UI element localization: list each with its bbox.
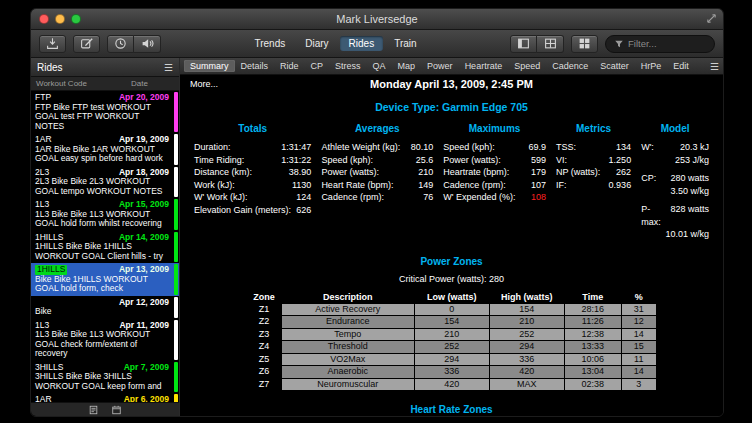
sidebar-title: Rides	[37, 62, 63, 73]
metric-value: 1:31:47	[281, 141, 311, 154]
zone-value: 28:16	[565, 304, 621, 316]
ride-entry[interactable]: FTPApr 20, 2009FTP Bike FTP test WORKOUT…	[31, 91, 179, 133]
titlebar: Mark Liversedge	[31, 9, 723, 30]
summary-column-averages: AveragesAthlete Weight (kg):80.10Speed (…	[321, 123, 433, 241]
ride-list: FTPApr 20, 2009FTP Bike FTP test WORKOUT…	[31, 91, 179, 402]
ride-entry[interactable]: 1ARApr 19, 20091AR Bike Bike 1AR WORKOUT…	[31, 133, 179, 166]
metric-row: 10.01 w/kg	[641, 228, 709, 241]
zone-value: 14	[622, 366, 656, 378]
view-tabs: TrendsDiaryRidesTrain	[245, 36, 425, 51]
zone-value: VO2Max	[282, 354, 414, 366]
sidebar-column-headers: Workout Code Date	[31, 77, 179, 91]
toolbar-tab-train[interactable]: Train	[385, 36, 425, 51]
metric-row: Distance (km):38.90	[194, 166, 311, 179]
zone-value: 420	[490, 366, 564, 378]
tiled-view-icon[interactable]	[537, 35, 564, 53]
ride-entry[interactable]: Apr 12, 2009Bike	[31, 296, 179, 319]
sync-clock-icon[interactable]	[107, 35, 134, 53]
chart-grid-icon[interactable]	[571, 35, 598, 53]
zone-value: 336	[490, 354, 564, 366]
chart-tab-ride[interactable]: Ride	[274, 60, 305, 72]
zone-value: Active Recovery	[282, 304, 414, 316]
chart-tab-heartrate[interactable]: Heartrate	[459, 60, 509, 72]
zone-name: Z1	[247, 304, 281, 316]
col-date[interactable]: Date	[131, 79, 148, 88]
ride-entry[interactable]: 2L3Apr 18, 20092L3 Bike Bike 2L3 WORKOUT…	[31, 166, 179, 199]
chart-tab-details[interactable]: Details	[235, 60, 275, 72]
ride-desc: 2L3 Bike Bike 2L3 WORKOUT GOAL tempo WOR…	[35, 177, 169, 196]
more-link[interactable]: More...	[190, 79, 218, 89]
zone-col-header: High (watts)	[490, 291, 564, 303]
sidebar-menu-icon[interactable]: ☰	[164, 62, 173, 73]
chart-tab-hrpe[interactable]: HrPe	[635, 60, 668, 72]
ride-entry[interactable]: 3HILLSApr 7, 20093HILLS Bike Bike 3HILLS…	[31, 361, 179, 394]
toolbar-tab-trends[interactable]: Trends	[245, 36, 294, 51]
calendar-icon[interactable]	[111, 405, 122, 415]
metric-value: 828 watts	[670, 203, 709, 228]
chart-tab-stress[interactable]: Stress	[329, 60, 367, 72]
fullscreen-icon[interactable]	[706, 13, 717, 24]
manual-entry-button[interactable]	[73, 35, 100, 53]
metric-label: CP:	[641, 172, 656, 185]
chart-tab-edit[interactable]: Edit	[667, 60, 695, 72]
metric-row: Cadence (rpm):76	[321, 191, 433, 204]
metric-label: Speed (kph):	[443, 141, 495, 154]
metric-value: 280 watts	[670, 172, 709, 185]
summary-column-totals: TotalsDuration:1:31:47Time Riding:1:31:2…	[194, 123, 311, 241]
toolbar-tab-rides[interactable]: Rides	[340, 36, 384, 51]
chart-tab-speed[interactable]: Speed	[508, 60, 546, 72]
metric-label: W':	[641, 141, 654, 154]
ride-color-strip	[174, 264, 178, 295]
minimize-button[interactable]	[55, 14, 65, 24]
chart-tab-qa[interactable]: QA	[367, 60, 392, 72]
metric-label: Athlete Weight (kg):	[321, 141, 400, 154]
filter-input[interactable]: Filter...	[605, 35, 715, 53]
zone-value: Anaerobic	[282, 366, 414, 378]
zone-value: 15	[622, 341, 656, 353]
metric-row: Work (kJ):1130	[194, 179, 311, 192]
sidebar-toggle-icon[interactable]	[510, 35, 537, 53]
chart-menu-icon[interactable]: ☰	[710, 61, 719, 72]
col-workout-code[interactable]: Workout Code	[36, 79, 87, 88]
chart-tab-power[interactable]: Power	[421, 60, 459, 72]
metric-value: 38.90	[289, 166, 312, 179]
ride-desc: 1HILLS Bike Bike 1HILLS WORKOUT GOAL Cli…	[35, 242, 169, 261]
filter-funnel-icon	[614, 39, 624, 49]
ride-entry[interactable]: 1HILLSApr 13, 2009Bike Bike 1HILLS WORKO…	[31, 263, 179, 296]
ride-desc: 1AR Bike Bike 1AR WORKOUT GOAL easy spin…	[35, 145, 169, 164]
zone-name: Z6	[247, 366, 281, 378]
metric-label: Power (watts):	[321, 166, 379, 179]
import-ride-button[interactable]	[39, 35, 66, 53]
zone-value: 210	[490, 316, 564, 328]
metric-row: W':20.3 kJ	[641, 141, 709, 154]
chart-tab-scatter[interactable]: Scatter	[594, 60, 635, 72]
ride-entry[interactable]: 1L3Apr 15, 20091L3 Bike Bike 1L3 WORKOUT…	[31, 198, 179, 231]
critical-power-line: Critical Power (watts): 280	[190, 274, 713, 284]
ride-entry[interactable]: 1ARApr 6, 20091AR Bike Bike 1AR WORKOUT …	[31, 393, 179, 402]
close-button[interactable]	[39, 14, 49, 24]
metric-value: 1.250	[609, 154, 632, 167]
zone-name: Z4	[247, 341, 281, 353]
zone-value: 13:33	[565, 341, 621, 353]
zone-value: 336	[415, 366, 489, 378]
metric-label: Distance (km):	[194, 166, 252, 179]
journal-icon[interactable]	[88, 405, 99, 415]
chart-tab-cadence[interactable]: Cadence	[546, 60, 594, 72]
section-title: Maximums	[443, 123, 546, 134]
device-controls	[107, 35, 161, 53]
zone-value: 11:26	[565, 316, 621, 328]
zone-row: Z1Active Recovery015428:1631	[247, 304, 656, 316]
toolbar-tab-diary[interactable]: Diary	[296, 36, 337, 51]
metric-row: IF:0.936	[556, 179, 631, 192]
zoom-button[interactable]	[71, 14, 81, 24]
chart-tab-map[interactable]: Map	[392, 60, 422, 72]
zone-value: Endurance	[282, 316, 414, 328]
zone-value: 12:38	[565, 329, 621, 341]
chart-tab-cp[interactable]: CP	[305, 60, 330, 72]
main-toolbar: TrendsDiaryRidesTrain Filter...	[31, 30, 723, 58]
sidebar-header[interactable]: Rides ☰	[31, 58, 179, 77]
chart-tab-summary[interactable]: Summary	[184, 60, 235, 72]
speaker-icon[interactable]	[134, 35, 161, 53]
ride-entry[interactable]: 1L3Apr 11, 20091L3 Bike Bike 1L3 WORKOUT…	[31, 319, 179, 361]
ride-entry[interactable]: 1HILLSApr 14, 20091HILLS Bike Bike 1HILL…	[31, 231, 179, 264]
